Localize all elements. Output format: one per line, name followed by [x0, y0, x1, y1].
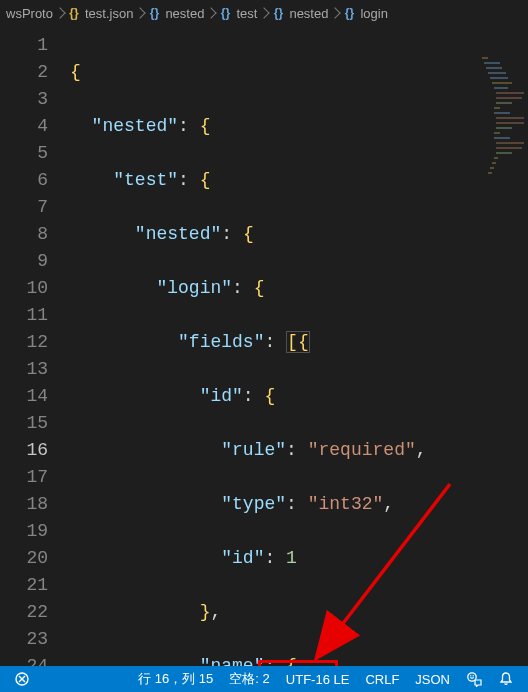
- breadcrumb-item[interactable]: {} login: [342, 6, 387, 21]
- braces-icon: {}: [271, 6, 285, 20]
- breadcrumb-label: nested: [289, 6, 328, 21]
- chevron-right-icon: [259, 7, 270, 18]
- json-key: id: [232, 548, 254, 568]
- breadcrumb-label: test: [236, 6, 257, 21]
- breadcrumb-item[interactable]: wsProto: [6, 6, 53, 21]
- json-number: 1: [286, 548, 297, 568]
- status-errors-button[interactable]: [6, 666, 38, 692]
- braces-icon: {}: [67, 6, 81, 20]
- status-bar: 行 16，列 15 空格: 2 UTF-16 LE CRLF JSON: [0, 666, 528, 692]
- breadcrumb-label: test.json: [85, 6, 133, 21]
- breadcrumb-item[interactable]: {} nested: [271, 6, 328, 21]
- status-language-mode[interactable]: JSON: [407, 666, 458, 692]
- status-eol[interactable]: CRLF: [357, 666, 407, 692]
- code-content[interactable]: { "nested": { "test": { "nested": { "log…: [58, 26, 528, 666]
- json-key: test: [124, 170, 167, 190]
- json-string: int32: [319, 494, 373, 514]
- svg-point-29: [470, 675, 471, 676]
- breadcrumb-item[interactable]: {} test.json: [67, 6, 133, 21]
- feedback-icon: [466, 671, 482, 687]
- breadcrumb[interactable]: wsProto {} test.json {} nested {} test {…: [0, 0, 528, 26]
- code-editor[interactable]: 1234 5678 9101112 131415 16 17181920 212…: [0, 26, 528, 666]
- error-icon: [14, 671, 30, 687]
- breadcrumb-label: login: [360, 6, 387, 21]
- chevron-right-icon: [135, 7, 146, 18]
- svg-point-30: [473, 675, 474, 676]
- minimap[interactable]: [478, 54, 528, 184]
- json-key: name: [210, 656, 253, 666]
- json-key: nested: [102, 116, 167, 136]
- status-feedback-button[interactable]: [458, 666, 490, 692]
- status-encoding[interactable]: UTF-16 LE: [278, 666, 358, 692]
- json-string: required: [319, 440, 405, 460]
- braces-icon: {}: [342, 6, 356, 20]
- breadcrumb-label: nested: [165, 6, 204, 21]
- breadcrumb-item[interactable]: {} test: [218, 6, 257, 21]
- braces-icon: {}: [218, 6, 232, 20]
- json-key: type: [232, 494, 275, 514]
- status-notifications-button[interactable]: [490, 666, 522, 692]
- json-key: id: [210, 386, 232, 406]
- braces-icon: {}: [147, 6, 161, 20]
- breadcrumb-item[interactable]: {} nested: [147, 6, 204, 21]
- breadcrumb-label: wsProto: [6, 6, 53, 21]
- json-key: login: [167, 278, 221, 298]
- chevron-right-icon: [54, 7, 65, 18]
- chevron-right-icon: [330, 7, 341, 18]
- json-key: rule: [232, 440, 275, 460]
- json-key: nested: [146, 224, 211, 244]
- chevron-right-icon: [206, 7, 217, 18]
- json-key: fields: [189, 332, 254, 352]
- line-number-gutter: 1234 5678 9101112 131415 16 17181920 212…: [0, 26, 58, 666]
- status-indentation[interactable]: 空格: 2: [221, 666, 277, 692]
- status-cursor-position[interactable]: 行 16，列 15: [130, 666, 221, 692]
- bell-icon: [498, 671, 514, 687]
